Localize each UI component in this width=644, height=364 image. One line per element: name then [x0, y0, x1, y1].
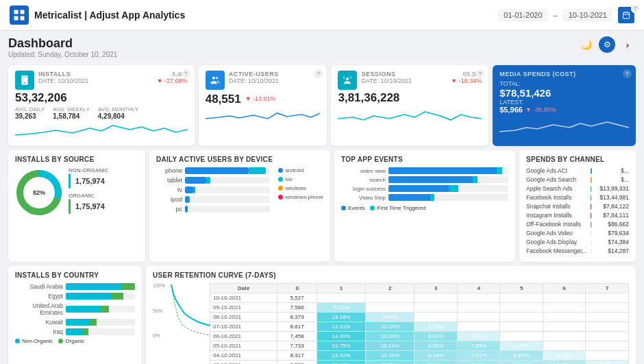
spends-channel-row: Off-Facebook Installs $86,662 [526, 221, 629, 228]
installs-by-country-card: ? INSTALLS BY COUNTRY Saudi Arabia Egypt… [8, 266, 142, 364]
svg-rect-9 [23, 77, 26, 77]
device-bar-tablet: tablet [156, 177, 270, 184]
media-label: MEDIA SPENDS (COST) [499, 71, 629, 77]
retention-row: 05-10-20217,73313.75%10.14%8.56%7.83%3.2… [210, 341, 629, 351]
retention-row: 03-10-20218,53813.19%9.39%7.89%7.19%6.30… [210, 361, 629, 365]
svg-rect-0 [14, 10, 18, 14]
media-latest-label: LATEST: [499, 99, 629, 106]
app-title: Metricalist | Adjust App Analytics [34, 10, 185, 21]
dau-title: DAILY ACTIVE USERS BY DEVICE [156, 156, 323, 163]
sessions-label: SESSIONS [361, 71, 411, 77]
installs-label: INSTALLS [38, 71, 88, 77]
device-bar-tv: tv [156, 186, 270, 193]
forward-button[interactable]: › [619, 36, 636, 53]
settings-button[interactable]: ⚙ [599, 36, 615, 53]
retention-title: USER RETENTION CURVE (7-DAYS) [153, 271, 629, 279]
svg-rect-3 [21, 16, 25, 21]
svg-point-10 [24, 82, 25, 84]
event-search: search [341, 176, 508, 183]
spends-channel-row: Google Ads Video $79,634 [526, 230, 629, 236]
avg-weekly-value: 1,58,784 [53, 112, 90, 120]
retention-curve-card: ? USER RETENTION CURVE (7-DAYS) 100% 50%… [146, 266, 636, 364]
country-title: INSTALLS BY COUNTRY [15, 271, 135, 279]
svg-rect-1 [21, 10, 25, 14]
active-users-icon [206, 71, 225, 90]
theme-toggle[interactable]: 🌙 [578, 36, 595, 53]
media-latest-change: ▼ -35.95% [525, 106, 556, 113]
installs-info-icon[interactable]: ? [182, 69, 190, 78]
retention-row: 06-10-20217,45814.30%10.24%8.81%3.29% [210, 332, 629, 341]
date-separator: – [554, 11, 558, 19]
non-organic-value: 1,75,974 [75, 177, 105, 185]
header-left: Metricalist | Adjust App Analytics [10, 5, 185, 25]
retention-row: 04-10-20218,41713.40%10.49%8.14%7.11%6.8… [210, 351, 629, 361]
country-bar-row: United Arab Emirates [15, 302, 135, 316]
events-legend-first: First Time Triggered [370, 205, 425, 211]
media-info[interactable]: ? [623, 69, 632, 78]
installs-change: ▼ -27.08% [157, 77, 188, 84]
spends-by-channel-card: ? SPENDS BY CHANNEL Google Ads ACt $... … [519, 150, 636, 262]
avg-monthly-value: 4,29,804 [98, 112, 138, 120]
retention-info[interactable]: ? [631, 4, 640, 13]
kpi-row: ? INSTALLS DATE: 10/10/2021 5,464 ▼ -27.… [8, 65, 636, 146]
active-users-kpi-card: ? ACTIVE-USERS DATE: 10/10/2021 48,551 ▼… [199, 65, 327, 146]
country-organic-legend: Organic [58, 338, 84, 344]
retention-row: 08-10-20218,37913.18%4.63% [210, 313, 629, 322]
media-spends-kpi-card: ? MEDIA SPENDS (COST) TOTAL: $78,51,426 … [493, 65, 636, 146]
spends-channel-row: Google Ads Search $... [526, 176, 629, 183]
spends-channel-row: Facebook Installs $13,44,981 [526, 194, 629, 201]
dashboard-title: Dashboard [8, 36, 117, 51]
svg-text:82%: 82% [33, 189, 45, 196]
media-latest-value: $5,966 [499, 106, 523, 114]
organic-value: 1,75,974 [75, 202, 105, 210]
sessions-date: DATE: 10/10/2021 [361, 77, 411, 84]
organic-label: ORGANIC [69, 193, 108, 199]
spends-title: SPENDS BY CHANNEL [526, 156, 629, 163]
svg-point-13 [346, 77, 349, 80]
spends-channel-row: Google Ads Display $74,384 [526, 239, 629, 245]
country-non-organic-legend: Non-Organic [15, 338, 53, 344]
country-bar-row: Kuwait [15, 319, 135, 326]
main-content: Dashboard Updated: Sunday, October 10, 2… [0, 31, 644, 364]
sessions-icon [338, 71, 357, 90]
installs-by-source-card: ? INSTALLS BY SOURCE 82% NON-ORGANIC [8, 150, 145, 262]
avg-monthly-label: AVG. MONTHLY [98, 106, 138, 112]
active-users-change: ▼ -13.01% [245, 95, 276, 102]
svg-point-11 [212, 77, 215, 80]
sessions-value: 3,81,36,228 [338, 91, 482, 105]
avg-daily-value: 39,263 [15, 112, 45, 120]
avg-daily-label: AVG. DAILY [15, 106, 45, 112]
installs-icon [15, 71, 34, 90]
retention-row: 10-10-20215,527 [210, 293, 629, 303]
avg-weekly-label: AVG. WEEKLY [53, 106, 90, 112]
sessions-info[interactable]: ? [475, 69, 484, 78]
event-video-view: video view [341, 167, 508, 174]
active-users-info[interactable]: ? [314, 69, 323, 78]
device-bar-ipod: ipod [156, 196, 270, 203]
svg-rect-2 [14, 16, 18, 21]
active-users-date: DATE: 10/10/2021 [229, 77, 279, 84]
spends-channel-row: Facebook Messenger... $14,287 [526, 247, 629, 254]
country-bar-row: Egypt [15, 293, 135, 300]
installs-date: DATE: 10/10/2021 [38, 77, 88, 84]
installs-kpi-card: ? INSTALLS DATE: 10/10/2021 5,464 ▼ -27.… [8, 65, 195, 146]
ios-legend: ios [278, 176, 323, 182]
active-users-label: ACTIVE-USERS [229, 71, 279, 77]
media-total-value: $78,51,426 [499, 87, 629, 99]
sessions-kpi-card: ? SESSIONS DATE: 10/10/2021 69,309 ▼ -18… [331, 65, 488, 146]
daily-active-users-card: ? DAILY ACTIVE USERS BY DEVICE phone tab… [149, 150, 330, 262]
installs-value: 53,32,206 [15, 91, 188, 105]
sessions-change: ▼ -18.34% [451, 77, 482, 84]
svg-rect-4 [623, 12, 630, 19]
dashboard-updated: Updated: Sunday, October 10, 2021 [8, 51, 117, 58]
device-bar-phone: phone [156, 167, 270, 174]
android-legend: android [278, 167, 323, 173]
logo-icon [10, 5, 29, 25]
retention-row: 09-10-20217,5866.21% [210, 303, 629, 313]
source-title: INSTALLS BY SOURCE [15, 156, 138, 163]
svg-point-12 [216, 77, 218, 79]
spends-channel-row: Apple Search Ads $13,99,331 [526, 185, 629, 192]
spends-channel-row: Google Ads ACt $... [526, 167, 629, 174]
header: Metricalist | Adjust App Analytics 01-01… [0, 0, 644, 31]
active-users-value: 48,551 [206, 93, 241, 106]
